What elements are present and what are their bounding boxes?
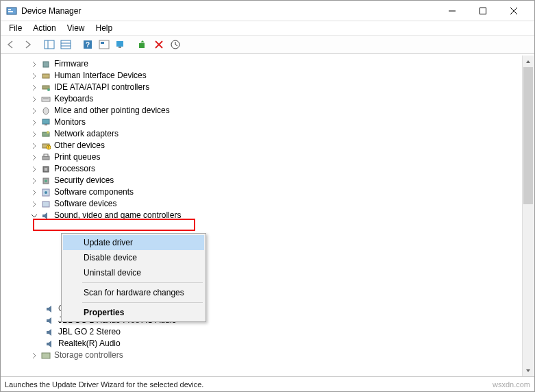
tree-label: Firmware xyxy=(54,58,88,70)
svg-rect-2 xyxy=(8,11,13,12)
svg-rect-29 xyxy=(42,119,49,124)
chevron-right-icon[interactable] xyxy=(29,130,39,139)
net-icon xyxy=(40,129,51,140)
device-tree[interactable]: FirmwareHuman Interface DevicesIDE ATA/A… xyxy=(2,56,522,376)
svg-rect-9 xyxy=(61,40,71,49)
chevron-right-icon[interactable] xyxy=(29,106,39,116)
chevron-right-icon[interactable] xyxy=(29,141,39,151)
svg-text:?: ? xyxy=(86,41,90,49)
svg-rect-1 xyxy=(8,9,11,10)
chevron-right-icon[interactable] xyxy=(29,176,39,186)
scroll-thumb[interactable] xyxy=(523,67,533,204)
app-icon xyxy=(6,5,17,16)
chevron-down-icon[interactable] xyxy=(29,211,39,221)
tree-item[interactable]: Human Interface Devices xyxy=(14,70,522,82)
chevron-right-icon[interactable] xyxy=(29,118,39,127)
menu-help[interactable]: Help xyxy=(90,22,119,34)
window-controls xyxy=(436,1,529,21)
svg-rect-37 xyxy=(44,154,48,156)
menu-action[interactable]: Action xyxy=(27,22,61,34)
tree-item[interactable]: Processors xyxy=(14,163,522,175)
chevron-right-icon[interactable] xyxy=(29,351,39,360)
tree-item[interactable]: Mice and other pointing devices xyxy=(14,105,522,117)
sound-icon xyxy=(45,315,55,326)
chevron-right-icon[interactable] xyxy=(29,164,39,174)
menu-file[interactable]: File xyxy=(3,22,27,34)
tree-label: Mice and other pointing devices xyxy=(54,105,170,117)
tree-item-storage[interactable]: Storage controllers xyxy=(14,350,522,361)
titlebar: Device Manager xyxy=(1,1,534,21)
swd-icon xyxy=(40,199,51,210)
chevron-right-icon[interactable] xyxy=(29,83,39,93)
tree-child[interactable]: JBL GO 2 Stereo xyxy=(14,326,522,338)
minimize-button[interactable] xyxy=(436,1,467,21)
svg-point-25 xyxy=(47,88,50,91)
watermark: wsxdn.com xyxy=(493,380,530,389)
context-menu-separator xyxy=(82,282,203,283)
uninstall-button[interactable] xyxy=(151,37,166,52)
tree-item[interactable]: IDE ATA/ATAPI controllers xyxy=(14,82,522,93)
tree-item[interactable]: Keyboards xyxy=(14,93,522,105)
chevron-right-icon[interactable] xyxy=(29,71,39,81)
svg-rect-16 xyxy=(116,41,123,47)
tree-label: Keyboards xyxy=(54,93,93,105)
tree-label: Software components xyxy=(54,186,134,198)
tree-item[interactable]: !Other devices xyxy=(14,140,522,151)
update-driver-toolbar-button[interactable] xyxy=(168,37,183,52)
tree-label: Human Interface Devices xyxy=(54,70,147,82)
toolbar: ? xyxy=(1,35,534,54)
sound-icon xyxy=(45,339,55,350)
svg-rect-39 xyxy=(45,168,47,171)
show-hide-tree-button[interactable] xyxy=(42,37,57,52)
tree-item[interactable]: Print queues xyxy=(14,151,522,163)
forward-button[interactable] xyxy=(20,37,35,52)
svg-rect-14 xyxy=(99,40,109,49)
tree-item[interactable]: Firmware xyxy=(14,58,522,70)
svg-rect-17 xyxy=(119,47,121,48)
chevron-right-icon[interactable] xyxy=(29,188,39,197)
svg-rect-7 xyxy=(45,40,54,49)
context-menu-item[interactable]: Properties xyxy=(63,305,204,320)
tree-item[interactable]: Software devices xyxy=(14,198,522,210)
context-menu-item[interactable]: Disable device xyxy=(63,250,204,265)
hid-icon xyxy=(40,71,51,82)
tree-label: IDE ATA/ATAPI controllers xyxy=(54,82,149,93)
close-button[interactable] xyxy=(498,1,529,21)
devices-by-type-button[interactable] xyxy=(113,37,128,52)
chevron-right-icon[interactable] xyxy=(29,153,39,162)
menu-view[interactable]: View xyxy=(62,22,90,34)
context-menu-item[interactable]: Scan for hardware changes xyxy=(63,285,204,300)
tree-item-sound-video-game[interactable]: Sound, video and game controllers xyxy=(14,210,522,221)
tree-item[interactable]: Software components xyxy=(14,186,522,198)
sound-icon xyxy=(40,210,51,221)
tree-label: Monitors xyxy=(54,117,86,128)
chevron-right-icon[interactable] xyxy=(29,95,39,104)
properties-button[interactable] xyxy=(58,37,73,52)
warn-icon: ! xyxy=(40,140,51,151)
storage-icon xyxy=(40,350,51,361)
scan-hardware-button[interactable] xyxy=(135,37,150,52)
svg-point-41 xyxy=(45,180,47,182)
scroll-up-button[interactable] xyxy=(523,56,534,67)
help-button[interactable]: ? xyxy=(80,37,95,52)
swc-icon xyxy=(40,187,51,198)
chevron-right-icon[interactable] xyxy=(29,199,39,209)
tree-item[interactable]: Security devices xyxy=(14,175,522,186)
svg-rect-30 xyxy=(45,124,47,125)
context-menu-separator xyxy=(82,302,203,303)
context-menu-item[interactable]: Update driver xyxy=(63,235,204,250)
action-properties-button[interactable] xyxy=(97,37,112,52)
tree-item[interactable]: Monitors xyxy=(14,117,522,128)
scroll-down-button[interactable] xyxy=(523,365,534,376)
svg-point-28 xyxy=(43,108,49,114)
tree-label: Print queues xyxy=(54,151,100,163)
chevron-right-icon[interactable] xyxy=(29,60,39,69)
tree-item[interactable]: Network adapters xyxy=(14,128,522,140)
tree-child[interactable]: Realtek(R) Audio xyxy=(14,338,522,350)
sec-icon xyxy=(40,175,51,186)
context-menu-item[interactable]: Uninstall device xyxy=(63,265,204,280)
vertical-scrollbar[interactable] xyxy=(522,56,534,376)
status-text: Launches the Update Driver Wizard for th… xyxy=(5,380,203,389)
maximize-button[interactable] xyxy=(467,1,498,21)
back-button[interactable] xyxy=(3,37,18,52)
